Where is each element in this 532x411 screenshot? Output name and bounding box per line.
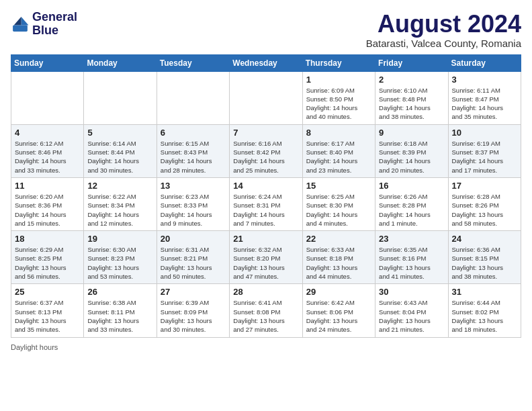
calendar-cell: 2Sunrise: 6:10 AM Sunset: 8:48 PM Daylig…: [375, 71, 448, 124]
day-number: 14: [233, 181, 298, 191]
day-info: Sunrise: 6:42 AM Sunset: 8:06 PM Dayligh…: [306, 298, 371, 334]
calendar-cell: [230, 71, 302, 124]
calendar-cell: 1Sunrise: 6:09 AM Sunset: 8:50 PM Daylig…: [302, 71, 375, 124]
calendar-cell: 21Sunrise: 6:32 AM Sunset: 8:20 PM Dayli…: [230, 231, 302, 284]
calendar-cell: 10Sunrise: 6:19 AM Sunset: 8:37 PM Dayli…: [448, 124, 521, 177]
calendar-cell: 6Sunrise: 6:15 AM Sunset: 8:43 PM Daylig…: [157, 124, 229, 177]
calendar-day-header: Thursday: [302, 54, 375, 71]
day-number: 25: [15, 287, 80, 297]
day-info: Sunrise: 6:09 AM Sunset: 8:50 PM Dayligh…: [306, 86, 371, 122]
day-number: 1: [306, 75, 371, 85]
day-info: Sunrise: 6:23 AM Sunset: 8:33 PM Dayligh…: [161, 192, 226, 228]
calendar-cell: 11Sunrise: 6:20 AM Sunset: 8:36 PM Dayli…: [11, 177, 84, 230]
calendar-week-row: 25Sunrise: 6:37 AM Sunset: 8:13 PM Dayli…: [11, 284, 521, 337]
day-number: 11: [15, 181, 80, 191]
calendar-cell: 31Sunrise: 6:44 AM Sunset: 8:02 PM Dayli…: [448, 284, 521, 337]
day-number: 31: [452, 287, 517, 297]
day-info: Sunrise: 6:41 AM Sunset: 8:08 PM Dayligh…: [233, 298, 298, 334]
svg-marker-1: [14, 17, 21, 25]
calendar-table: SundayMondayTuesdayWednesdayThursdayFrid…: [11, 54, 521, 338]
calendar-cell: 12Sunrise: 6:22 AM Sunset: 8:34 PM Dayli…: [84, 177, 157, 230]
day-info: Sunrise: 6:19 AM Sunset: 8:37 PM Dayligh…: [452, 139, 517, 175]
calendar-cell: 7Sunrise: 6:16 AM Sunset: 8:42 PM Daylig…: [230, 124, 302, 177]
calendar-cell: 9Sunrise: 6:18 AM Sunset: 8:39 PM Daylig…: [375, 124, 448, 177]
day-number: 30: [379, 287, 444, 297]
day-number: 23: [379, 234, 444, 244]
day-number: 21: [233, 234, 298, 244]
day-info: Sunrise: 6:14 AM Sunset: 8:44 PM Dayligh…: [87, 139, 152, 175]
day-info: Sunrise: 6:25 AM Sunset: 8:30 PM Dayligh…: [306, 192, 371, 228]
calendar-week-row: 18Sunrise: 6:29 AM Sunset: 8:25 PM Dayli…: [11, 231, 521, 284]
month-year-title: August 2024: [366, 11, 521, 38]
page-header: General Blue August 2024 Batarasti, Valc…: [11, 11, 521, 49]
day-number: 5: [87, 128, 152, 138]
calendar-week-row: 4Sunrise: 6:12 AM Sunset: 8:46 PM Daylig…: [11, 124, 521, 177]
day-info: Sunrise: 6:24 AM Sunset: 8:31 PM Dayligh…: [233, 192, 298, 228]
day-info: Sunrise: 6:36 AM Sunset: 8:15 PM Dayligh…: [452, 245, 517, 281]
day-number: 13: [161, 181, 226, 191]
calendar-cell: [157, 71, 229, 124]
day-number: 4: [15, 128, 80, 138]
title-block: August 2024 Batarasti, Valcea County, Ro…: [366, 11, 521, 49]
day-info: Sunrise: 6:43 AM Sunset: 8:04 PM Dayligh…: [379, 298, 444, 334]
calendar-header-row: SundayMondayTuesdayWednesdayThursdayFrid…: [11, 54, 521, 71]
day-info: Sunrise: 6:39 AM Sunset: 8:09 PM Dayligh…: [161, 298, 226, 334]
day-info: Sunrise: 6:29 AM Sunset: 8:25 PM Dayligh…: [15, 245, 80, 281]
calendar-cell: 18Sunrise: 6:29 AM Sunset: 8:25 PM Dayli…: [11, 231, 84, 284]
daylight-label: Daylight hours: [11, 343, 58, 351]
day-number: 18: [15, 234, 80, 244]
day-number: 10: [452, 128, 517, 138]
day-number: 27: [161, 287, 226, 297]
svg-rect-2: [13, 25, 28, 31]
day-number: 28: [233, 287, 298, 297]
day-info: Sunrise: 6:28 AM Sunset: 8:26 PM Dayligh…: [452, 192, 517, 228]
calendar-cell: 19Sunrise: 6:30 AM Sunset: 8:23 PM Dayli…: [84, 231, 157, 284]
day-info: Sunrise: 6:12 AM Sunset: 8:46 PM Dayligh…: [15, 139, 80, 175]
calendar-cell: [84, 71, 157, 124]
day-number: 29: [306, 287, 371, 297]
calendar-cell: 22Sunrise: 6:33 AM Sunset: 8:18 PM Dayli…: [302, 231, 375, 284]
calendar-day-header: Monday: [84, 54, 157, 71]
day-number: 17: [452, 181, 517, 191]
calendar-cell: 16Sunrise: 6:26 AM Sunset: 8:28 PM Dayli…: [375, 177, 448, 230]
day-number: 9: [379, 128, 444, 138]
day-number: 15: [306, 181, 371, 191]
logo-text: General Blue: [32, 11, 77, 38]
calendar-week-row: 11Sunrise: 6:20 AM Sunset: 8:36 PM Dayli…: [11, 177, 521, 230]
calendar-day-header: Tuesday: [157, 54, 229, 71]
day-number: 3: [452, 75, 517, 85]
calendar-day-header: Saturday: [448, 54, 521, 71]
day-info: Sunrise: 6:32 AM Sunset: 8:20 PM Dayligh…: [233, 245, 298, 281]
calendar-cell: 30Sunrise: 6:43 AM Sunset: 8:04 PM Dayli…: [375, 284, 448, 337]
calendar-cell: 23Sunrise: 6:35 AM Sunset: 8:16 PM Dayli…: [375, 231, 448, 284]
day-info: Sunrise: 6:17 AM Sunset: 8:40 PM Dayligh…: [306, 139, 371, 175]
day-info: Sunrise: 6:31 AM Sunset: 8:21 PM Dayligh…: [161, 245, 226, 281]
calendar-cell: 3Sunrise: 6:11 AM Sunset: 8:47 PM Daylig…: [448, 71, 521, 124]
day-number: 26: [87, 287, 152, 297]
location-subtitle: Batarasti, Valcea County, Romania: [366, 38, 521, 49]
calendar-cell: [11, 71, 84, 124]
day-number: 24: [452, 234, 517, 244]
logo-icon: [11, 15, 30, 34]
day-number: 12: [87, 181, 152, 191]
calendar-cell: 14Sunrise: 6:24 AM Sunset: 8:31 PM Dayli…: [230, 177, 302, 230]
day-info: Sunrise: 6:38 AM Sunset: 8:11 PM Dayligh…: [87, 298, 152, 334]
day-info: Sunrise: 6:20 AM Sunset: 8:36 PM Dayligh…: [15, 192, 80, 228]
day-info: Sunrise: 6:15 AM Sunset: 8:43 PM Dayligh…: [161, 139, 226, 175]
day-number: 22: [306, 234, 371, 244]
day-info: Sunrise: 6:44 AM Sunset: 8:02 PM Dayligh…: [452, 298, 517, 334]
day-info: Sunrise: 6:35 AM Sunset: 8:16 PM Dayligh…: [379, 245, 444, 281]
calendar-cell: 5Sunrise: 6:14 AM Sunset: 8:44 PM Daylig…: [84, 124, 157, 177]
calendar-cell: 13Sunrise: 6:23 AM Sunset: 8:33 PM Dayli…: [157, 177, 229, 230]
day-info: Sunrise: 6:18 AM Sunset: 8:39 PM Dayligh…: [379, 139, 444, 175]
calendar-cell: 29Sunrise: 6:42 AM Sunset: 8:06 PM Dayli…: [302, 284, 375, 337]
calendar-cell: 4Sunrise: 6:12 AM Sunset: 8:46 PM Daylig…: [11, 124, 84, 177]
calendar-week-row: 1Sunrise: 6:09 AM Sunset: 8:50 PM Daylig…: [11, 71, 521, 124]
day-info: Sunrise: 6:26 AM Sunset: 8:28 PM Dayligh…: [379, 192, 444, 228]
day-info: Sunrise: 6:37 AM Sunset: 8:13 PM Dayligh…: [15, 298, 80, 334]
calendar-cell: 15Sunrise: 6:25 AM Sunset: 8:30 PM Dayli…: [302, 177, 375, 230]
day-number: 8: [306, 128, 371, 138]
day-info: Sunrise: 6:33 AM Sunset: 8:18 PM Dayligh…: [306, 245, 371, 281]
day-number: 19: [87, 234, 152, 244]
calendar-cell: 25Sunrise: 6:37 AM Sunset: 8:13 PM Dayli…: [11, 284, 84, 337]
